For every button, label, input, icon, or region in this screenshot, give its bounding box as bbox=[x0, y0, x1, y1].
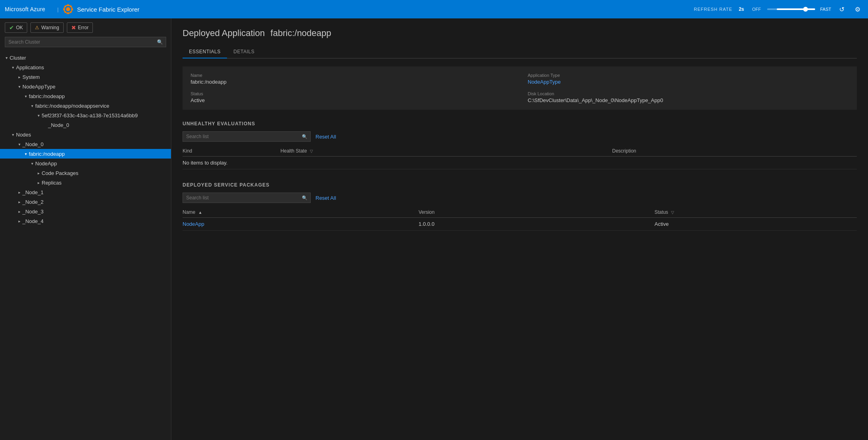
tree-item-partition-node0[interactable]: ▸ _Node_0 bbox=[0, 120, 171, 130]
tree-item-cluster[interactable]: ▾ Cluster bbox=[0, 53, 171, 62]
page-title-prefix: Deployed Application bbox=[183, 28, 265, 38]
tree-item-node1[interactable]: ▸ _Node_1 bbox=[0, 187, 171, 197]
chevron-down-icon: ▾ bbox=[16, 83, 22, 90]
tab-details[interactable]: DETAILS bbox=[227, 46, 261, 58]
table-row: NodeApp 1.0.0.0 Active bbox=[183, 218, 857, 231]
chevron-right-icon: ▸ bbox=[16, 218, 22, 224]
tree-item-label: Nodes bbox=[16, 132, 171, 138]
settings-button[interactable]: ⚙ bbox=[852, 4, 863, 15]
search-cluster-input[interactable] bbox=[5, 37, 166, 47]
error-icon: ✖ bbox=[71, 24, 76, 31]
app-type-value[interactable]: NodeAppType bbox=[528, 79, 849, 85]
search-cluster-container: 🔍 bbox=[0, 37, 171, 51]
tree-item-partition[interactable]: ▾ 5ef23f37-633c-43ac-a138-7e15314a6bb9 bbox=[0, 111, 171, 120]
package-version: 1.0.0.0 bbox=[418, 218, 654, 231]
svg-point-7 bbox=[70, 6, 72, 7]
tree-item-node0[interactable]: ▾ _Node_0 bbox=[0, 139, 171, 149]
tree-item-label: _Node_2 bbox=[22, 199, 171, 205]
warning-icon: ⚠ bbox=[35, 25, 39, 30]
tree-item-applications[interactable]: ▾ Applications bbox=[0, 62, 171, 72]
package-name-link[interactable]: NodeApp bbox=[183, 218, 418, 231]
error-label: Error bbox=[78, 25, 89, 30]
tree-item-nodes[interactable]: ▾ Nodes bbox=[0, 130, 171, 139]
tree-item-node3[interactable]: ▸ _Node_3 bbox=[0, 207, 171, 216]
essentials-apptype-field: Application Type NodeAppType bbox=[528, 73, 849, 85]
svg-point-1 bbox=[66, 7, 70, 11]
chevron-right-icon: ▸ bbox=[35, 179, 42, 186]
name-value: fabric:/nodeapp bbox=[191, 79, 512, 85]
deployed-service-packages-section: DEPLOYED SERVICE PACKAGES 🔍 Reset All Na… bbox=[183, 182, 857, 231]
tree-item-nodeappservice[interactable]: ▾ fabric:/nodeapp/nodeappservice bbox=[0, 101, 171, 111]
unhealthy-evaluations-table: Kind Health State ▽ Description No items bbox=[183, 146, 857, 169]
tree-item-nodeapptype[interactable]: ▾ NodeAppType bbox=[0, 82, 171, 91]
ok-filter-button[interactable]: ✔ OK bbox=[5, 22, 27, 33]
tree-item-label: _Node_4 bbox=[22, 218, 171, 224]
top-bar-right: REFRESH RATE 2s OFF FAST ↺ ⚙ bbox=[694, 4, 863, 15]
tree-item-system[interactable]: ▸ System bbox=[0, 72, 171, 82]
svg-point-3 bbox=[67, 12, 69, 14]
tree-item-code-packages[interactable]: ▸ Code Packages bbox=[0, 168, 171, 178]
disk-location-value: C:\SfDevCluster\Data\_App\_Node_0\NodeAp… bbox=[528, 97, 849, 103]
col-health-state: Health State ▽ bbox=[281, 146, 612, 157]
no-items-text: No items to display. bbox=[183, 157, 857, 169]
svg-point-6 bbox=[64, 6, 66, 7]
deployed-packages-table: Name ▲ Version Status ▽ Nod bbox=[183, 207, 857, 231]
status-filter-icon[interactable]: ▽ bbox=[671, 210, 674, 215]
content-area: Deployed Application fabric:/nodeapp ESS… bbox=[171, 18, 868, 440]
page-title-app: fabric:/nodeapp bbox=[271, 28, 332, 38]
packages-search-input[interactable] bbox=[183, 193, 311, 203]
app-type-label: Application Type bbox=[528, 73, 849, 78]
chevron-down-icon: ▾ bbox=[16, 141, 22, 147]
tab-essentials[interactable]: ESSENTIALS bbox=[183, 46, 227, 58]
packages-reset-all-button[interactable]: Reset All bbox=[315, 195, 336, 201]
unhealthy-evaluations-section: UNHEALTHY EVALUATIONS 🔍 Reset All Kind H… bbox=[183, 121, 857, 169]
page-title: Deployed Application fabric:/nodeapp bbox=[183, 28, 857, 38]
health-state-filter-icon[interactable]: ▽ bbox=[310, 149, 313, 153]
deployed-service-packages-title: DEPLOYED SERVICE PACKAGES bbox=[183, 182, 857, 188]
chevron-right-icon: ▸ bbox=[16, 208, 22, 215]
tree-item-label: NodeAppType bbox=[22, 84, 171, 90]
chevron-down-icon: ▾ bbox=[10, 131, 16, 138]
error-filter-button[interactable]: ✖ Error bbox=[67, 22, 93, 33]
essentials-name-field: Name fabric:/nodeapp bbox=[191, 73, 512, 85]
chevron-right-icon: ▸ bbox=[16, 199, 22, 205]
refresh-slider[interactable] bbox=[767, 8, 815, 10]
tree-item-label: _Node_0 bbox=[22, 141, 171, 147]
tree-item-node2[interactable]: ▸ _Node_2 bbox=[0, 197, 171, 207]
refresh-rate-label: REFRESH RATE bbox=[694, 7, 732, 12]
chevron-right-icon: ▸ bbox=[35, 170, 42, 176]
tree-item-node0-fabric-nodeapp[interactable]: ▾ fabric:/nodeapp bbox=[0, 149, 171, 159]
unhealthy-search-input[interactable] bbox=[183, 131, 311, 142]
tree-item-label: _Node_0 bbox=[48, 122, 171, 128]
essentials-grid: Name fabric:/nodeapp Application Type No… bbox=[183, 66, 857, 110]
tree-item-label: Code Packages bbox=[42, 170, 171, 176]
svg-point-4 bbox=[63, 8, 65, 10]
col-description: Description bbox=[612, 146, 857, 157]
tree: ▾ Cluster ▾ Applications ▸ System ▾ Node… bbox=[0, 51, 171, 440]
warning-label: Warning bbox=[41, 25, 59, 30]
search-cluster-icon: 🔍 bbox=[157, 39, 163, 45]
name-sort-icon[interactable]: ▲ bbox=[198, 210, 202, 215]
svg-point-2 bbox=[67, 4, 69, 6]
tabs-container: ESSENTIALS DETAILS bbox=[183, 46, 857, 58]
tree-item-nodeapp-pkg[interactable]: ▾ NodeApp bbox=[0, 159, 171, 168]
col-version: Version bbox=[418, 207, 654, 218]
refresh-button[interactable]: ↺ bbox=[836, 4, 847, 15]
tree-item-label: _Node_3 bbox=[22, 209, 171, 215]
warning-filter-button[interactable]: ⚠ Warning bbox=[30, 22, 63, 33]
unhealthy-search-row: 🔍 Reset All bbox=[183, 131, 857, 142]
essentials-diskloc-field: Disk Location C:\SfDevCluster\Data\_App\… bbox=[528, 91, 849, 103]
tree-item-label: Cluster bbox=[10, 55, 171, 61]
refresh-off-label: OFF bbox=[752, 7, 761, 12]
unhealthy-reset-all-button[interactable]: Reset All bbox=[315, 134, 336, 140]
packages-search-row: 🔍 Reset All bbox=[183, 193, 857, 203]
tree-item-replicas[interactable]: ▸ Replicas bbox=[0, 178, 171, 187]
tree-item-label: Replicas bbox=[42, 180, 171, 186]
sidebar: ✔ OK ⚠ Warning ✖ Error 🔍 ▾ Cluster bbox=[0, 18, 171, 440]
tree-item-node4[interactable]: ▸ _Node_4 bbox=[0, 216, 171, 226]
chevron-down-icon: ▾ bbox=[29, 160, 35, 167]
chevron-down-icon: ▾ bbox=[29, 102, 35, 109]
main-layout: ✔ OK ⚠ Warning ✖ Error 🔍 ▾ Cluster bbox=[0, 18, 868, 440]
ok-icon: ✔ bbox=[9, 24, 14, 31]
tree-item-fabric-nodeapp-apptype[interactable]: ▾ fabric:/nodeapp bbox=[0, 91, 171, 101]
